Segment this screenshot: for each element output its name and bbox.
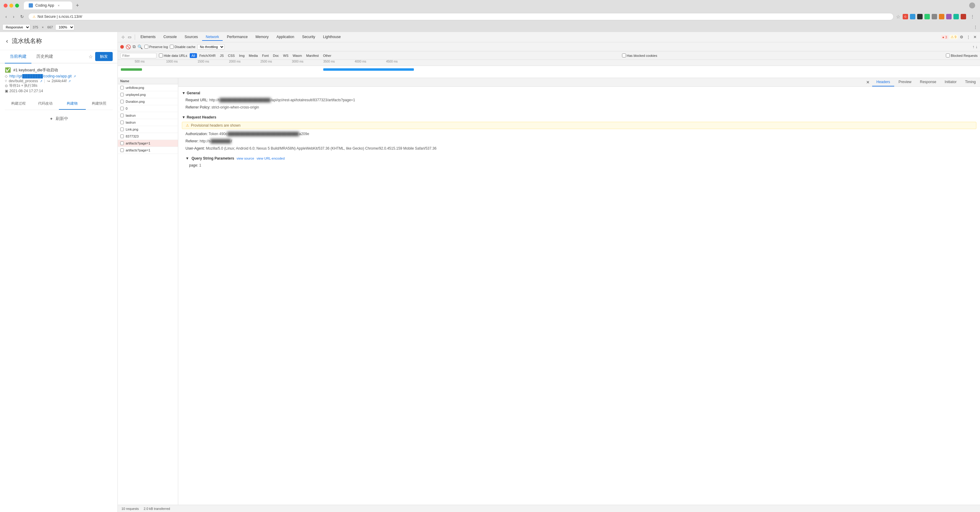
- tab-application[interactable]: Application: [273, 33, 298, 41]
- git-url-link[interactable]: http://git████████/coding-oa/app.git: [10, 74, 72, 78]
- filter-js[interactable]: JS: [218, 53, 226, 58]
- tab-close-button[interactable]: ×: [58, 4, 59, 7]
- file-checkbox[interactable]: [120, 107, 124, 110]
- url-bar[interactable]: ⚠ Not Secure | s.ncss.r1.13/#/: [28, 13, 894, 20]
- filter-media[interactable]: Media: [247, 53, 260, 58]
- filter-img[interactable]: Img: [237, 53, 246, 58]
- hide-data-input[interactable]: [159, 54, 163, 57]
- filter-wasm[interactable]: Wasm: [291, 53, 304, 58]
- details-close-button[interactable]: ✕: [864, 78, 872, 86]
- file-item-8377323[interactable]: 8377323: [118, 133, 178, 140]
- file-checkbox[interactable]: [120, 100, 124, 104]
- cursor-icon[interactable]: ⊹: [120, 35, 126, 40]
- tab-sources[interactable]: Sources: [181, 33, 202, 41]
- filter-doc[interactable]: Doc: [271, 53, 281, 58]
- preserve-log-input[interactable]: [145, 45, 148, 49]
- clear-button[interactable]: 🚫: [126, 45, 131, 49]
- tab-memory[interactable]: Memory: [252, 33, 272, 41]
- upload-icon[interactable]: ↑: [972, 45, 975, 49]
- sub-tab-build[interactable]: 构建物: [59, 98, 86, 110]
- download-icon[interactable]: ↓: [976, 45, 978, 49]
- menu-button[interactable]: ⋮: [969, 14, 976, 20]
- refresh-button[interactable]: ↻: [18, 14, 25, 20]
- devtools-close-icon[interactable]: ✕: [972, 35, 978, 40]
- file-item-artifacts2[interactable]: artifacts?page=1: [118, 147, 178, 154]
- sub-tab-code[interactable]: 代码改动: [32, 98, 59, 110]
- hide-data-checkbox[interactable]: Hide data URLs: [159, 54, 187, 57]
- blocked-requests-input[interactable]: [946, 54, 950, 57]
- tab-current-build[interactable]: 当前构建: [5, 50, 32, 64]
- record-button[interactable]: [120, 45, 124, 49]
- has-blocked-input[interactable]: [622, 54, 626, 57]
- maximize-traffic-light[interactable]: [15, 4, 19, 8]
- zoom-selector[interactable]: 100%: [55, 24, 74, 30]
- preserve-log-checkbox[interactable]: Preserve log: [145, 45, 168, 49]
- tab-console[interactable]: Console: [160, 33, 180, 41]
- file-checkbox[interactable]: [120, 114, 124, 117]
- filter-css[interactable]: CSS: [226, 53, 237, 58]
- filter-input[interactable]: [120, 53, 156, 58]
- filter-other[interactable]: Other: [321, 53, 333, 58]
- back-button[interactable]: ‹: [4, 14, 9, 20]
- star-button[interactable]: ☆: [89, 54, 93, 59]
- bookmark-button[interactable]: ☆: [896, 14, 900, 20]
- browser-tab[interactable]: Coding App ×: [24, 2, 72, 10]
- file-checkbox[interactable]: [120, 86, 124, 89]
- close-traffic-light[interactable]: [4, 4, 8, 8]
- file-checkbox[interactable]: [120, 93, 124, 96]
- tab-lighthouse[interactable]: Lighthouse: [319, 33, 344, 41]
- filter-manifest[interactable]: Manifest: [304, 53, 321, 58]
- general-section-header[interactable]: ▼ General: [182, 89, 976, 96]
- details-tab-initiator[interactable]: Initiator: [940, 78, 961, 86]
- tab-performance[interactable]: Performance: [223, 33, 251, 41]
- file-item-lastrun1[interactable]: lastrun: [118, 112, 178, 119]
- sub-tab-process[interactable]: 构建过程: [5, 98, 32, 110]
- filter-fetch-xhr[interactable]: Fetch/XHR: [197, 53, 218, 58]
- tab-security[interactable]: Security: [299, 33, 319, 41]
- forward-button[interactable]: ›: [11, 14, 16, 20]
- responsive-selector[interactable]: Responsive: [2, 24, 30, 30]
- details-tab-response[interactable]: Response: [916, 78, 940, 86]
- filter-all-button[interactable]: All: [190, 53, 197, 58]
- disable-cache-checkbox[interactable]: Disable cache: [170, 45, 196, 49]
- tab-network[interactable]: Network: [202, 33, 223, 41]
- details-tab-headers[interactable]: Headers: [872, 78, 894, 86]
- details-tab-timing[interactable]: Timing: [961, 78, 980, 86]
- sub-tab-snapshot[interactable]: 构建快照: [86, 98, 113, 110]
- toolbar-more-button[interactable]: ⋮: [974, 25, 978, 30]
- filter-font[interactable]: Font: [260, 53, 270, 58]
- view-source-link[interactable]: view source: [237, 156, 254, 160]
- file-item-duration[interactable]: Duration.png: [118, 98, 178, 105]
- blocked-requests-checkbox[interactable]: Blocked Requests: [946, 54, 978, 57]
- file-item-unplayed[interactable]: unplayed.png: [118, 91, 178, 98]
- tab-history-build[interactable]: 历史构建: [32, 50, 58, 64]
- view-url-encoded-link[interactable]: view URL-encoded: [256, 156, 285, 160]
- request-headers-section-header[interactable]: ▼ Request Headers: [182, 113, 976, 121]
- file-item-lastrun2[interactable]: lastrun: [118, 119, 178, 126]
- file-checkbox[interactable]: [120, 128, 124, 131]
- file-item-artifacts-selected[interactable]: artifacts?page=1: [118, 140, 178, 147]
- app-back-button[interactable]: ‹: [6, 37, 8, 45]
- settings-icon[interactable]: ⚙: [959, 35, 964, 40]
- file-item-0[interactable]: 0: [118, 105, 178, 112]
- file-checkbox[interactable]: [120, 142, 124, 145]
- query-string-header[interactable]: ▼ Query String Parameters view source vi…: [186, 155, 973, 162]
- file-checkbox[interactable]: [120, 148, 124, 152]
- file-checkbox[interactable]: [120, 121, 124, 124]
- minimize-traffic-light[interactable]: [10, 4, 13, 8]
- file-item-link[interactable]: Link.png: [118, 126, 178, 133]
- details-tab-preview[interactable]: Preview: [894, 78, 916, 86]
- trigger-button[interactable]: 触发: [95, 52, 113, 61]
- tab-elements[interactable]: Elements: [137, 33, 159, 41]
- file-checkbox[interactable]: [120, 134, 124, 138]
- throttle-select[interactable]: No throttling: [197, 44, 224, 49]
- devtools-more-icon[interactable]: ⋮: [966, 35, 971, 40]
- filter-icon-button[interactable]: ⧉: [133, 44, 136, 49]
- file-item-unfollow[interactable]: unfollow.png: [118, 85, 178, 91]
- search-icon-button[interactable]: 🔍: [137, 45, 143, 49]
- disable-cache-input[interactable]: [170, 45, 174, 49]
- has-blocked-checkbox[interactable]: Has blocked cookies: [622, 54, 657, 57]
- filter-ws[interactable]: WS: [281, 53, 290, 58]
- device-icon[interactable]: ▭: [127, 35, 132, 40]
- new-tab-button[interactable]: +: [73, 2, 81, 9]
